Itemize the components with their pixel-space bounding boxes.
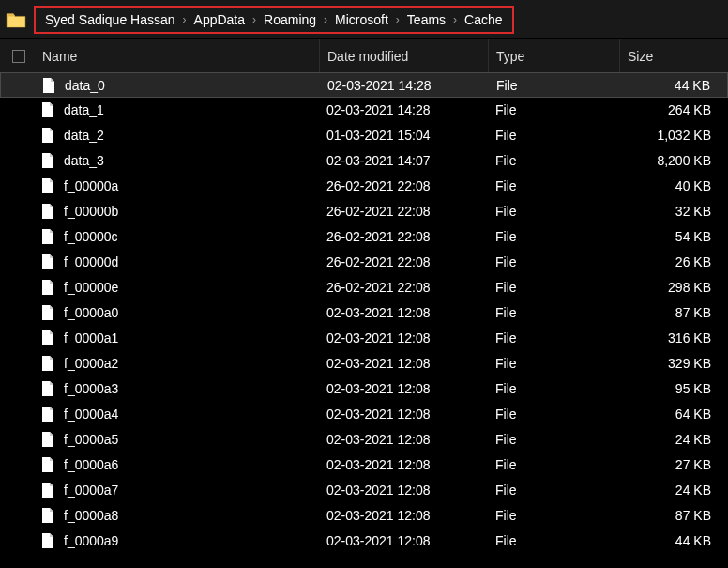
file-row[interactable]: f_0000a002-03-2021 12:08File87 KB xyxy=(0,299,728,325)
file-row[interactable]: f_00000d26-02-2021 22:08File26 KB xyxy=(0,249,728,274)
column-header-date[interactable]: Date modified xyxy=(319,39,488,72)
file-icon xyxy=(41,483,54,498)
file-row[interactable]: f_0000a602-03-2021 12:08File27 KB xyxy=(0,452,728,477)
file-size: 24 KB xyxy=(619,432,728,447)
file-row[interactable]: f_00000c26-02-2021 22:08File54 KB xyxy=(0,223,728,249)
file-row[interactable]: data_201-03-2021 15:04File1,032 KB xyxy=(0,122,728,147)
file-size: 24 KB xyxy=(619,483,728,498)
column-header-type[interactable]: Type xyxy=(488,39,619,72)
file-type: File xyxy=(488,457,619,472)
breadcrumb[interactable]: Syed Sadique Hassan›AppData›Roaming›Micr… xyxy=(34,6,514,34)
file-icon xyxy=(41,457,54,472)
file-row[interactable]: f_0000a502-03-2021 12:08File24 KB xyxy=(0,426,728,452)
chevron-right-icon[interactable]: › xyxy=(392,13,403,26)
file-size: 316 KB xyxy=(619,330,728,345)
address-bar[interactable]: Syed Sadique Hassan›AppData›Roaming›Micr… xyxy=(0,0,728,39)
file-name: f_00000c xyxy=(64,229,118,244)
file-icon xyxy=(41,432,54,447)
file-date: 02-03-2021 12:08 xyxy=(319,432,488,447)
file-type: File xyxy=(488,381,619,396)
file-size: 95 KB xyxy=(619,381,728,396)
file-name: f_00000d xyxy=(64,254,118,269)
folder-icon xyxy=(6,11,26,28)
file-type: File xyxy=(488,254,619,269)
file-type: File xyxy=(488,204,619,219)
chevron-right-icon[interactable]: › xyxy=(249,13,260,26)
breadcrumb-item[interactable]: AppData xyxy=(190,12,249,27)
breadcrumb-item[interactable]: Syed Sadique Hassan xyxy=(41,12,179,27)
file-icon xyxy=(41,178,54,193)
file-icon xyxy=(41,533,54,548)
column-header-name[interactable]: Name xyxy=(38,39,319,72)
file-date: 02-03-2021 14:28 xyxy=(320,78,489,93)
file-icon xyxy=(41,128,54,143)
file-name: f_0000a3 xyxy=(64,381,118,396)
file-name: f_0000a6 xyxy=(64,457,118,472)
file-type: File xyxy=(488,280,619,295)
file-name: f_0000a4 xyxy=(64,407,118,422)
file-date: 02-03-2021 12:08 xyxy=(319,330,488,345)
file-icon xyxy=(41,356,54,371)
file-size: 87 KB xyxy=(619,305,728,320)
file-name: f_0000a2 xyxy=(64,356,118,371)
file-row[interactable]: f_0000a902-03-2021 12:08File44 KB xyxy=(0,528,728,553)
file-name: data_3 xyxy=(64,153,104,168)
file-date: 26-02-2021 22:08 xyxy=(319,204,488,219)
file-size: 8,200 KB xyxy=(619,153,728,168)
file-row[interactable]: f_0000a702-03-2021 12:08File24 KB xyxy=(0,477,728,502)
file-type: File xyxy=(488,508,619,523)
file-type: File xyxy=(488,178,619,193)
file-row[interactable]: f_0000a802-03-2021 12:08File87 KB xyxy=(0,502,728,528)
file-type: File xyxy=(488,483,619,498)
file-icon xyxy=(41,153,54,168)
file-row[interactable]: f_0000a102-03-2021 12:08File316 KB xyxy=(0,325,728,350)
file-icon xyxy=(41,254,54,269)
chevron-right-icon[interactable]: › xyxy=(320,13,331,26)
file-row[interactable]: data_002-03-2021 14:28File44 KB xyxy=(0,72,728,98)
file-date: 02-03-2021 14:28 xyxy=(319,102,488,117)
file-icon xyxy=(41,330,54,345)
file-size: 27 KB xyxy=(619,457,728,472)
chevron-right-icon[interactable]: › xyxy=(449,13,461,26)
file-date: 02-03-2021 12:08 xyxy=(319,407,488,422)
file-row[interactable]: data_102-03-2021 14:28File264 KB xyxy=(0,97,728,122)
file-date: 02-03-2021 12:08 xyxy=(319,508,488,523)
breadcrumb-item[interactable]: Teams xyxy=(403,12,449,27)
file-date: 01-03-2021 15:04 xyxy=(319,128,488,143)
file-date: 02-03-2021 14:07 xyxy=(319,153,488,168)
file-date: 26-02-2021 22:08 xyxy=(319,280,488,295)
file-row[interactable]: f_0000a302-03-2021 12:08File95 KB xyxy=(0,376,728,401)
breadcrumb-item[interactable]: Microsoft xyxy=(331,12,392,27)
file-type: File xyxy=(488,128,619,143)
file-size: 54 KB xyxy=(619,229,728,244)
file-type: File xyxy=(488,305,619,320)
file-date: 26-02-2021 22:08 xyxy=(319,254,488,269)
file-name: data_1 xyxy=(64,102,104,117)
file-type: File xyxy=(488,102,619,117)
file-name: f_0000a8 xyxy=(64,508,118,523)
file-row[interactable]: f_00000e26-02-2021 22:08File298 KB xyxy=(0,274,728,299)
file-date: 02-03-2021 12:08 xyxy=(319,533,488,548)
file-row[interactable]: f_00000a26-02-2021 22:08File40 KB xyxy=(0,173,728,198)
file-row[interactable]: f_00000b26-02-2021 22:08File32 KB xyxy=(0,198,728,223)
file-name: f_0000a1 xyxy=(64,330,118,345)
file-size: 87 KB xyxy=(619,508,728,523)
file-row[interactable]: f_0000a202-03-2021 12:08File329 KB xyxy=(0,350,728,376)
file-date: 02-03-2021 12:08 xyxy=(319,483,488,498)
file-icon xyxy=(41,204,54,219)
file-icon xyxy=(41,508,54,523)
file-row[interactable]: f_0000a402-03-2021 12:08File64 KB xyxy=(0,401,728,426)
file-name: data_0 xyxy=(65,78,105,93)
file-type: File xyxy=(488,153,619,168)
file-icon xyxy=(41,102,54,117)
column-header-size[interactable]: Size xyxy=(619,39,728,72)
chevron-right-icon[interactable]: › xyxy=(179,13,190,26)
file-size: 298 KB xyxy=(619,280,728,295)
file-type: File xyxy=(488,356,619,371)
select-all-checkbox[interactable] xyxy=(0,50,38,63)
breadcrumb-item[interactable]: Cache xyxy=(461,12,506,27)
file-row[interactable]: data_302-03-2021 14:07File8,200 KB xyxy=(0,147,728,173)
breadcrumb-item[interactable]: Roaming xyxy=(260,12,320,27)
file-name: f_00000b xyxy=(64,204,118,219)
file-list[interactable]: data_002-03-2021 14:28File44 KBdata_102-… xyxy=(0,72,728,553)
